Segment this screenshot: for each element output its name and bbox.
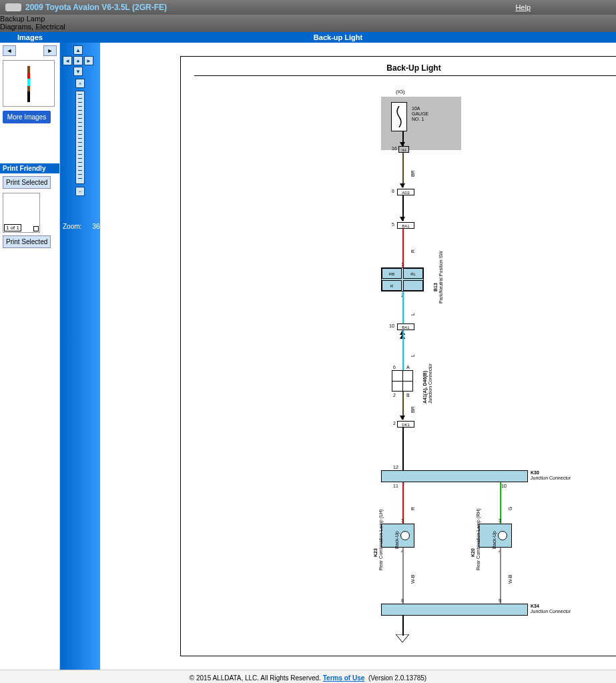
a41-pin6: 6 — [393, 365, 396, 370]
wire-r-2: R — [410, 507, 415, 510]
k30-name: Junction Connector — [531, 476, 571, 480]
diagram-viewport[interactable]: Back-Up Light (IG) 10A GAUGE NO. 1 16 IH… — [100, 43, 616, 670]
ba1-pin5: 5 — [392, 222, 394, 227]
ba1-pin10: 10 — [389, 323, 394, 328]
ig-label: (IG) — [396, 89, 405, 95]
wire-br-1: BR — [410, 170, 415, 177]
more-images-button[interactable]: More Images — [3, 111, 51, 123]
wire-r-1: R — [410, 249, 415, 253]
lh-name: Rear Combination Lamp (LH) — [378, 510, 383, 570]
zoom-slider[interactable] — [75, 91, 85, 184]
park-neutral-switch: RB RL R — [381, 267, 424, 291]
pan-center-button[interactable]: ● — [73, 56, 83, 65]
car-icon — [5, 3, 21, 11]
fuse-amp: 10A — [412, 106, 420, 111]
wiring-diagram: (IG) 10A GAUGE NO. 1 16 IH BR 8 AD2 5 — [181, 77, 616, 656]
fuse-no: NO. 1 — [412, 117, 424, 121]
k30-pin12: 12 — [393, 465, 398, 470]
k30-pin10: 10 — [501, 484, 507, 488]
fuse-element-icon — [395, 106, 403, 127]
pan-right-button[interactable]: ► — [84, 56, 93, 65]
zoom-out-button[interactable]: − — [75, 187, 85, 196]
k34-pin9: 9 — [499, 598, 501, 603]
bulb-icon — [400, 531, 410, 540]
diagram-header: Back-up Light — [60, 32, 616, 43]
ba1-connector-2: BA1 — [397, 323, 414, 330]
lh-type: Back-Up — [394, 531, 399, 549]
k34-id: K34 — [531, 604, 539, 608]
k30-id: K30 — [531, 470, 539, 475]
terms-link[interactable]: Terms of Use — [323, 674, 365, 682]
dk1-pin: 2 — [393, 421, 396, 426]
lh-pin3: 3 — [401, 518, 404, 523]
dk1-connector: DK1 — [397, 421, 414, 428]
ih-pin: 16 — [392, 146, 397, 151]
wire-g: G — [508, 507, 513, 510]
help-link[interactable]: Help — [515, 3, 531, 11]
switch-name: Park/Neutral Position SW — [438, 251, 443, 303]
wire-wb-2: W-B — [508, 575, 513, 584]
k34-name: Junction Connector — [531, 609, 571, 614]
k34-junction — [381, 604, 528, 616]
footer: © 2015 ALLDATA, LLC. All Rights Reserved… — [0, 670, 616, 683]
a41-pinB: B — [406, 393, 410, 398]
copyright: © 2015 ALLDATA, LLC. All Rights Reserved… — [190, 674, 321, 682]
a41-pin2: 2 — [393, 393, 396, 398]
ground-icon — [396, 634, 409, 642]
diagram-page: Back-Up Light (IG) 10A GAUGE NO. 1 16 IH… — [180, 56, 616, 656]
rh-id: K20 — [471, 548, 475, 557]
k30-junction — [381, 470, 528, 482]
wire-wb-1: W-B — [410, 575, 415, 584]
pan-up-button[interactable]: ▲ — [73, 45, 83, 55]
sw-pin1: 1 — [401, 262, 404, 267]
page-indicator: 1 of 1 — [4, 224, 21, 231]
a41-pinA: A — [406, 365, 410, 370]
images-header: Images — [0, 32, 60, 43]
vehicle-title: 2009 Toyota Avalon V6-3.5L (2GR-FE) — [25, 3, 167, 12]
ad2-pin: 8 — [392, 189, 394, 193]
rh-pin3: 3 — [499, 518, 501, 523]
rh-type: Back-Up — [492, 531, 497, 549]
wire-l-2: L — [410, 354, 415, 357]
title-bar: Images Back-up Light — [0, 32, 616, 43]
ih-connector: IH — [398, 146, 409, 153]
zoom-label: Zoom: — [63, 223, 81, 230]
k30-pin11: 11 — [393, 484, 398, 488]
wire-l-1: L — [410, 313, 415, 315]
fuse-name: GAUGE — [412, 111, 428, 116]
diagram-title: Back-Up Light — [194, 61, 616, 76]
image-thumbnail[interactable] — [3, 60, 55, 107]
next-image-button[interactable]: ► — [43, 45, 57, 56]
app-header: 2009 Toyota Avalon V6-3.5L (2GR-FE) Help — [0, 0, 616, 15]
ba1-connector-1: BA1 — [397, 222, 414, 229]
a41-name: Junction Connector — [428, 364, 432, 404]
prev-image-button[interactable]: ◄ — [3, 45, 16, 56]
pan-down-button[interactable]: ▼ — [73, 67, 83, 76]
version: (Version 2.0.13785) — [368, 674, 426, 682]
a41-id: A41(A), D46(B) — [422, 371, 427, 404]
zoom-in-button[interactable]: + — [75, 79, 85, 88]
print-checkbox[interactable] — [33, 226, 39, 231]
print-friendly-header: Print Friendly — [0, 163, 59, 173]
print-selected-top-button[interactable]: Print Selected — [3, 176, 51, 189]
k34-pin8: 8 — [401, 598, 404, 603]
rh-name: Rear Combination Lamp (RH) — [476, 508, 481, 570]
wire-br-2: BR — [410, 406, 415, 413]
a41-junction — [392, 370, 413, 392]
ad2-connector: AD2 — [397, 189, 414, 195]
bulb-icon — [498, 531, 507, 540]
images-sidebar: ◄ ► More Images Print Friendly Print Sel… — [0, 43, 60, 670]
breadcrumb-1: Backup Lamp — [0, 15, 616, 23]
lh-id: K23 — [373, 548, 378, 557]
print-selected-bottom-button[interactable]: Print Selected — [3, 235, 51, 248]
print-thumbnail[interactable]: 1 of 1 — [3, 193, 40, 233]
breadcrumb-2: Diagrams, Electrical — [0, 23, 616, 31]
switch-id: B13 — [433, 283, 438, 291]
pan-left-button[interactable]: ◄ — [63, 56, 72, 65]
zoom-panel: ▲ ◄●► ▼ + − Zoom:36% — [60, 43, 100, 670]
